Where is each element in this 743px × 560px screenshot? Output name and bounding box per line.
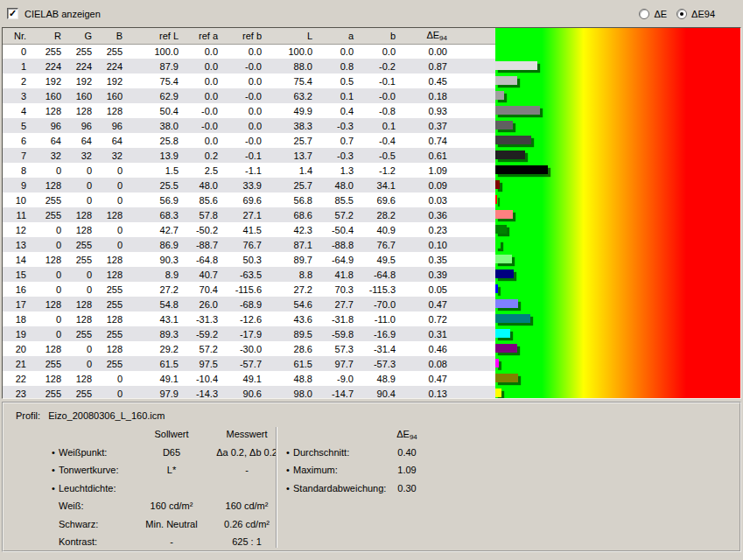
delta-e-text: ΔE: [426, 30, 439, 40]
table-cell: 0.74: [400, 133, 452, 148]
cielab-checkbox-group[interactable]: ✓ CIELAB anzeigen: [7, 8, 101, 19]
messwert-value: 625 : 1: [208, 533, 285, 551]
stat-label: •Durchschnitt:: [286, 444, 391, 462]
table-row: 219219219275.40.00.075.40.5-0.10.45: [3, 74, 495, 88]
table-cell: 49.5: [358, 252, 400, 267]
column-header: L: [266, 28, 317, 44]
table-cell-filler: [452, 252, 495, 267]
table-cell: 0: [66, 356, 96, 371]
sollwert-value: L*: [145, 461, 198, 480]
radio-de94-label[interactable]: ΔE94: [691, 9, 715, 19]
table-cell: 1.09: [400, 163, 452, 178]
stats-de94-header: ΔE94: [391, 425, 423, 444]
radio-option-de[interactable]: ΔE: [639, 9, 667, 19]
table-cell: 96: [31, 118, 66, 133]
table-cell: 68.3: [127, 207, 183, 222]
table-row: 1712812825554.826.0-68.954.627.7-70.00.4…: [3, 297, 495, 312]
delta-e-bar: [495, 91, 504, 100]
delta-e-bar: [495, 270, 514, 278]
delta-e-bar: [495, 136, 531, 144]
table-cell: 0: [31, 163, 66, 178]
table-cell: 0.0: [183, 59, 222, 74]
table-cell: 8.9: [127, 267, 183, 282]
table-cell: 0: [31, 222, 66, 237]
table-cell: 0.0: [222, 74, 266, 88]
table-cell: -0.3: [317, 118, 358, 133]
table-cell: 255: [66, 44, 96, 59]
table-cell: -64.9: [317, 252, 358, 267]
table-cell: 11: [3, 207, 31, 222]
bullet-icon: •: [286, 480, 293, 498]
table-cell: 32: [31, 148, 66, 163]
table-cell: 25.7: [266, 178, 317, 192]
table-cell: 128: [31, 341, 66, 356]
cielab-checkbox[interactable]: ✓: [7, 8, 18, 19]
table-cell: 0.93: [400, 103, 452, 118]
table-cell: 34.1: [358, 178, 400, 192]
table-cell: 128: [31, 103, 66, 118]
table-cell: -0.2: [358, 59, 400, 74]
profile-panel: Profil: Eizo_20080306_L_160.icm Sollwert…: [2, 402, 741, 552]
table-cell: 128: [96, 207, 127, 222]
table-cell-filler: [452, 88, 495, 103]
table-cell: -59.2: [183, 326, 222, 341]
table-cell: 14: [3, 252, 31, 267]
table-cell: 128: [96, 267, 127, 282]
table-cell: 7: [3, 148, 31, 163]
table-cell: 0: [66, 267, 96, 282]
table-cell: 0.72: [400, 312, 452, 326]
cielab-checkbox-label[interactable]: CIELAB anzeigen: [25, 9, 101, 19]
table-cell: -64.8: [183, 252, 222, 267]
table-cell: 160: [96, 88, 127, 103]
table-row: 122422422487.90.0-0.088.00.8-0.20.87: [3, 59, 495, 74]
radio-option-de94[interactable]: ΔE94: [676, 9, 715, 19]
table-cell: 0: [31, 312, 66, 326]
table-row: 80001.52.5-1.11.41.3-1.21.09: [3, 163, 495, 178]
table-cell-filler: [452, 312, 495, 326]
table-cell: 48.8: [266, 371, 317, 386]
table-cell: 49.9: [266, 103, 317, 118]
table-cell: 0.0: [183, 133, 222, 148]
table-cell: -0.1: [358, 74, 400, 88]
table-cell: 15: [3, 267, 31, 282]
table-cell: -59.8: [317, 326, 358, 341]
table-cell: 128: [66, 371, 96, 386]
table-cell: 23: [3, 386, 31, 399]
table-cell: 41.5: [222, 222, 266, 237]
table-cell: 2: [3, 74, 31, 88]
radio-de94[interactable]: [676, 9, 687, 19]
table-cell: 57.8: [183, 207, 222, 222]
delta-e-bar: [495, 344, 517, 353]
profile-row-label: •Weißpunkt:: [16, 444, 135, 462]
table-cell: 0.0: [358, 44, 400, 59]
table-cell: 0: [31, 326, 66, 341]
delta-e-bar: [495, 225, 507, 234]
table-cell: 56.9: [127, 192, 183, 207]
delta-e-text: ΔE: [396, 429, 410, 439]
radio-de[interactable]: [639, 9, 649, 19]
table-cell: -50.2: [183, 222, 222, 237]
table-cell: 0: [66, 341, 96, 356]
sollwert-value: D65: [145, 444, 198, 462]
table-cell: -0.4: [358, 133, 400, 148]
table-cell: 0.18: [400, 88, 452, 103]
table-cell: 0.1: [317, 88, 358, 103]
table-cell: 0.39: [400, 267, 452, 282]
table-cell: 49.1: [127, 371, 183, 386]
table-cell: 192: [96, 74, 127, 88]
table-cell: -64.8: [358, 267, 400, 282]
radio-de-label[interactable]: ΔE: [654, 9, 667, 19]
table-cell: 85.5: [317, 192, 358, 207]
table-cell: 27.2: [266, 282, 317, 297]
table-cell: 0: [3, 44, 31, 59]
table-cell: 0.36: [400, 207, 452, 222]
table-cell: 96: [66, 118, 96, 133]
table-cell: 0.31: [400, 326, 452, 341]
table-cell: -0.0: [183, 118, 222, 133]
bullet-icon: •: [52, 461, 59, 480]
delta-e-bar: [495, 374, 518, 382]
stat-value: 0.40: [391, 444, 423, 462]
table-cell: 27.1: [222, 207, 266, 222]
table-cell: 19: [3, 326, 31, 341]
table-cell: 0.7: [317, 133, 358, 148]
